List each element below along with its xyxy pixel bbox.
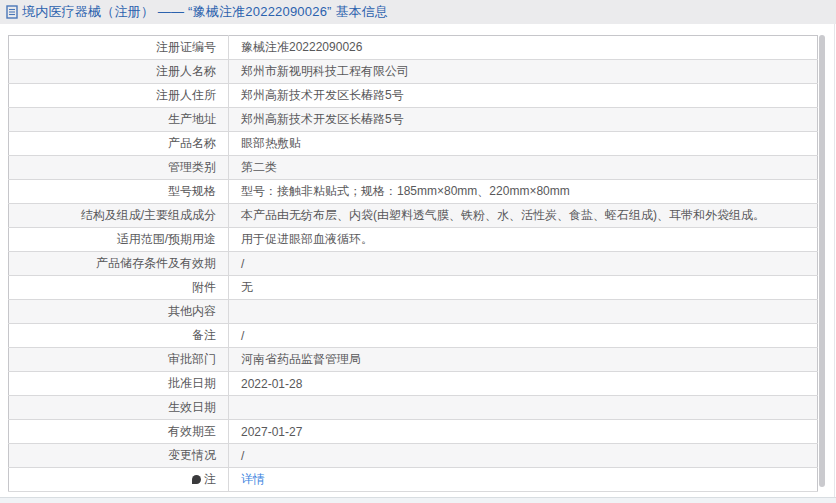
table-row: 产品名称眼部热敷贴 [9, 132, 818, 156]
row-value: / [229, 444, 818, 468]
row-label: 变更情况 [9, 444, 229, 468]
document-icon [6, 5, 18, 19]
row-value: 详情 [229, 468, 818, 492]
table-row: 注详情 [9, 468, 818, 492]
table-row: 备注/ [9, 324, 818, 348]
row-label: 附件 [9, 276, 229, 300]
table-row: 变更情况/ [9, 444, 818, 468]
table-row: 注册人住所郑州高新技术开发区长椿路5号 [9, 84, 818, 108]
row-label: 产品储存条件及有效期 [9, 252, 229, 276]
table-row: 型号规格型号：接触非粘贴式；规格：185mm×80mm、220mm×80mm [9, 180, 818, 204]
detail-link[interactable]: 详情 [241, 472, 265, 486]
row-value: / [229, 324, 818, 348]
row-label: 其他内容 [9, 300, 229, 324]
row-value: 2027-01-27 [229, 420, 818, 444]
registration-info-table: 注册证编号豫械注准20222090026注册人名称郑州市新视明科技工程有限公司注… [8, 35, 818, 492]
row-label: 审批部门 [9, 348, 229, 372]
row-value: 河南省药品监督管理局 [229, 348, 818, 372]
page-header: 境内医疗器械（注册） —— “豫械注准20222090026” 基本信息 [0, 0, 836, 24]
row-value: 郑州高新技术开发区长椿路5号 [229, 108, 818, 132]
row-value: 型号：接触非粘贴式；规格：185mm×80mm、220mm×80mm [229, 180, 818, 204]
row-label: 备注 [9, 324, 229, 348]
table-row: 结构及组成/主要组成成分本产品由无纺布层、内袋(由塑料透气膜、铁粉、水、活性炭、… [9, 204, 818, 228]
row-label: 注册人住所 [9, 84, 229, 108]
row-value: 本产品由无纺布层、内袋(由塑料透气膜、铁粉、水、活性炭、食盐、蛭石组成)、耳带和… [229, 204, 818, 228]
row-label: 有效期至 [9, 420, 229, 444]
vertical-scrollbar[interactable] [819, 35, 825, 487]
container-right-border [834, 24, 835, 503]
info-table-body: 注册证编号豫械注准20222090026注册人名称郑州市新视明科技工程有限公司注… [9, 36, 818, 492]
row-label: 注 [9, 468, 229, 492]
row-label: 批准日期 [9, 372, 229, 396]
table-row: 注册人名称郑州市新视明科技工程有限公司 [9, 60, 818, 84]
row-value: 2022-01-28 [229, 372, 818, 396]
table-row: 注册证编号豫械注准20222090026 [9, 36, 818, 60]
table-row: 批准日期2022-01-28 [9, 372, 818, 396]
row-value: 第二类 [229, 156, 818, 180]
row-value: 郑州高新技术开发区长椿路5号 [229, 84, 818, 108]
row-value: 无 [229, 276, 818, 300]
table-row: 附件无 [9, 276, 818, 300]
row-label: 注册证编号 [9, 36, 229, 60]
row-value: 郑州市新视明科技工程有限公司 [229, 60, 818, 84]
row-label: 产品名称 [9, 132, 229, 156]
table-row: 生产地址郑州高新技术开发区长椿路5号 [9, 108, 818, 132]
table-row: 适用范围/预期用途用于促进眼部血液循环。 [9, 228, 818, 252]
row-label: 生产地址 [9, 108, 229, 132]
row-value: 豫械注准20222090026 [229, 36, 818, 60]
table-row: 管理类别第二类 [9, 156, 818, 180]
note-icon [192, 475, 201, 484]
table-row: 生效日期 [9, 396, 818, 420]
row-value: 眼部热敷贴 [229, 132, 818, 156]
row-label: 结构及组成/主要组成成分 [9, 204, 229, 228]
row-label: 适用范围/预期用途 [9, 228, 229, 252]
row-value: / [229, 252, 818, 276]
row-label: 注册人名称 [9, 60, 229, 84]
table-row: 产品储存条件及有效期/ [9, 252, 818, 276]
next-section-edge [0, 497, 836, 503]
row-value [229, 300, 818, 324]
table-row: 其他内容 [9, 300, 818, 324]
row-label: 生效日期 [9, 396, 229, 420]
row-label: 型号规格 [9, 180, 229, 204]
table-row: 有效期至2027-01-27 [9, 420, 818, 444]
row-value [229, 396, 818, 420]
row-label: 管理类别 [9, 156, 229, 180]
row-value: 用于促进眼部血液循环。 [229, 228, 818, 252]
table-row: 审批部门河南省药品监督管理局 [9, 348, 818, 372]
page-title: 境内医疗器械（注册） —— “豫械注准20222090026” 基本信息 [22, 3, 388, 21]
